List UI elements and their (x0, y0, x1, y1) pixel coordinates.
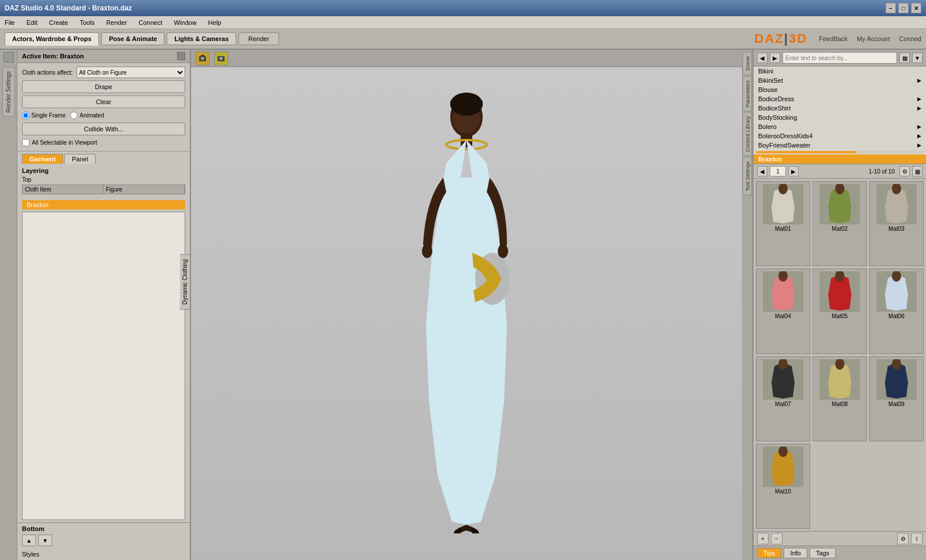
collide-button[interactable]: Collide With... (22, 123, 185, 135)
category-bodystocking[interactable]: BodyStocking (754, 113, 926, 122)
mat02-label: Mat02 (832, 226, 848, 232)
menu-edit[interactable]: Edit (24, 18, 40, 27)
next-page[interactable]: ▶ (788, 166, 799, 176)
all-selectable-label: All Selectable in Viewport (32, 139, 97, 146)
page-view[interactable]: ▦ (912, 166, 923, 176)
camera2-icon[interactable] (214, 51, 228, 65)
drape-button[interactable]: Drape (22, 80, 185, 93)
content-library-tab[interactable]: Content Library (743, 112, 752, 156)
garment-tab[interactable]: Garment (22, 154, 63, 164)
menu-window[interactable]: Window (171, 18, 199, 27)
viewport-area[interactable] (191, 67, 742, 560)
close-button[interactable]: ✕ (911, 3, 921, 13)
figure-col: Figure (104, 185, 185, 194)
category-boyfriendsweater[interactable]: BoyFriendSweater ▶ (754, 141, 926, 150)
menu-render[interactable]: Render (104, 18, 129, 27)
panel-tab[interactable]: Panel (64, 154, 95, 164)
mat05-item[interactable]: Mat05 (813, 268, 867, 353)
category-blouse[interactable]: Blouse (754, 85, 926, 94)
mat02-item[interactable]: Mat02 (813, 181, 867, 266)
far-left-sidebar: Render Settings (0, 50, 17, 560)
down-arrow-button[interactable]: ▼ (38, 535, 52, 546)
info-button[interactable]: i (911, 533, 923, 544)
panel-options-icon[interactable] (177, 52, 185, 60)
animated-label: Animated (79, 112, 104, 119)
settings-button[interactable]: ⚙ (897, 533, 909, 544)
mat04-thumbnail (763, 271, 803, 312)
mat07-item[interactable]: Mat07 (756, 356, 810, 441)
animation-row: Single Frame Animated (22, 110, 185, 120)
single-frame-radio[interactable] (22, 112, 30, 119)
nav-actors[interactable]: Actors, Wardrobe & Props (5, 32, 99, 46)
account-link[interactable]: My Account (857, 35, 890, 42)
parameters-tab[interactable]: Parameters (743, 76, 752, 112)
page-settings[interactable]: ⚙ (899, 166, 910, 176)
mat09-item[interactable]: Mat09 (869, 356, 924, 441)
bolerodresskids4-arrow: ▶ (917, 133, 921, 139)
nav-render[interactable]: Render (238, 32, 279, 45)
mat06-label: Mat06 (888, 313, 905, 319)
svg-point-13 (422, 244, 432, 258)
category-bolero[interactable]: Bolero ▶ (754, 122, 926, 131)
back-arrow[interactable]: ◀ (757, 53, 767, 63)
cloth-actions-section: Cloth actions affect: All Cloth on Figur… (17, 63, 190, 152)
tool-settings-tab[interactable]: Tool Settings (743, 157, 752, 196)
scene-tab[interactable]: Scene (743, 52, 752, 75)
category-bikini[interactable]: Bikini (754, 67, 926, 76)
up-arrow-button[interactable]: ▲ (22, 535, 36, 546)
mat10-item[interactable]: Mat10 (756, 444, 810, 529)
all-selectable-checkbox[interactable] (22, 139, 30, 146)
menu-create[interactable]: Create (47, 18, 71, 27)
tips-tab[interactable]: Tips (757, 548, 781, 558)
category-bodicedress[interactable]: BodiceDress ▶ (754, 94, 926, 104)
cloth-affect-row: Cloth actions affect: All Cloth on Figur… (22, 67, 185, 78)
mat04-item[interactable]: Mat04 (756, 268, 810, 353)
nav-lights[interactable]: Lights & Cameras (167, 32, 236, 45)
category-bodiceshirt[interactable]: BodiceShirt ▶ (754, 104, 926, 113)
menu-help[interactable]: Help (206, 18, 224, 27)
clear-button[interactable]: Clear (22, 95, 185, 108)
tags-tab[interactable]: Tags (810, 548, 836, 558)
mat03-thumbnail (876, 184, 917, 224)
dynamic-clothing-tab[interactable]: Dynamic Clothing (180, 254, 190, 310)
svg-point-6 (220, 57, 222, 60)
menu-file[interactable]: File (2, 18, 17, 27)
mat08-item[interactable]: Mat08 (813, 356, 867, 441)
camera-icon[interactable] (196, 51, 210, 65)
add-button[interactable]: + (757, 533, 769, 544)
braxton-selected-item[interactable]: Braxton (754, 154, 926, 164)
sort-options[interactable]: ▼ (912, 53, 923, 63)
page-input[interactable] (770, 166, 786, 176)
minimize-button[interactable]: − (885, 3, 896, 13)
mat02-thumbnail (820, 184, 860, 224)
prev-page[interactable]: ◀ (757, 166, 767, 176)
category-bikiniset[interactable]: BikiniSet ▶ (754, 76, 926, 85)
render-settings-tab[interactable]: Render Settings (2, 67, 15, 117)
animated-radio[interactable] (70, 112, 78, 119)
maximize-button[interactable]: □ (898, 3, 909, 13)
menu-tools[interactable]: Tools (78, 18, 97, 27)
single-frame-radio-label[interactable]: Single Frame (22, 112, 65, 119)
cloth-item-col: Cloth Item (23, 185, 104, 194)
mat03-item[interactable]: Mat03 (869, 181, 924, 266)
braxton-tag[interactable]: Braxton (22, 200, 185, 209)
mat06-item[interactable]: Mat06 (869, 268, 924, 353)
cloth-affect-select[interactable]: All Cloth on Figure (76, 67, 185, 78)
nav-pose[interactable]: Pose & Animate (101, 32, 164, 45)
connected-link[interactable]: Conned (899, 35, 921, 42)
view-options[interactable]: ▦ (899, 53, 910, 63)
remove-button[interactable]: − (771, 533, 782, 544)
animated-radio-label[interactable]: Animated (70, 112, 104, 119)
bottom-section: Bottom ▲ ▼ Styles (17, 522, 190, 560)
forward-arrow[interactable]: ▶ (770, 53, 780, 63)
boyfriendsweater-arrow: ▶ (917, 142, 921, 148)
menu-connect[interactable]: Connect (137, 18, 165, 27)
layering-list-area (22, 212, 185, 520)
category-bolerodresskids4[interactable]: BolerooDressKids4 ▶ (754, 131, 926, 141)
mat01-item[interactable]: Mat01 (756, 181, 810, 266)
sidebar-toggle-icon[interactable] (3, 52, 14, 62)
search-input[interactable] (782, 52, 897, 64)
viewport-toolbar (191, 50, 742, 67)
feedback-link[interactable]: FeedBack (819, 35, 848, 42)
info-tab[interactable]: Info (784, 548, 807, 558)
